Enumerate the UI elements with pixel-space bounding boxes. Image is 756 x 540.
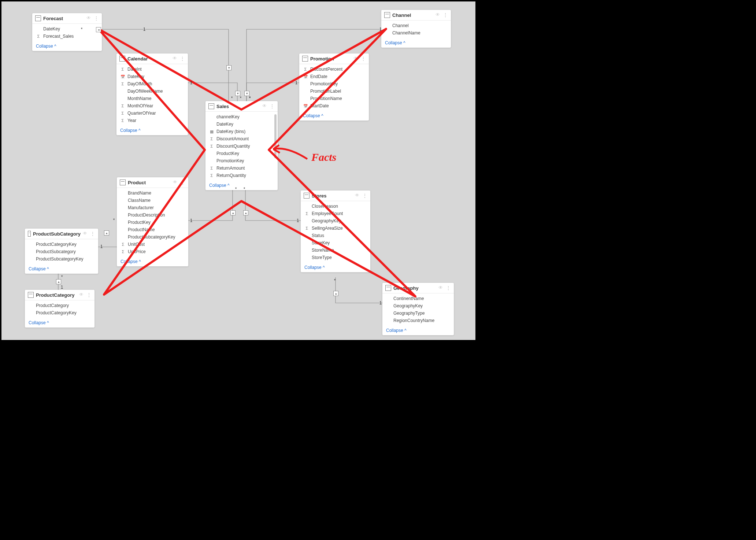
field-row[interactable]: Channel [381, 22, 451, 29]
field-row[interactable]: UnitPrice [117, 248, 188, 255]
scrollbar[interactable] [274, 114, 277, 158]
field-row[interactable]: channelKey [205, 113, 278, 121]
visibility-icon[interactable] [79, 292, 84, 298]
collapse-link[interactable]: Collapse ^ [25, 318, 94, 328]
field-row[interactable]: DateKey [116, 73, 188, 80]
collapse-link[interactable]: Collapse ^ [117, 257, 188, 266]
collapse-link[interactable]: Collapse ^ [32, 41, 102, 51]
field-row[interactable]: ProductCategoryKey [25, 241, 98, 248]
field-row[interactable]: RegionCountryName [382, 317, 454, 324]
field-row[interactable]: ContinentName [382, 295, 454, 302]
collapse-link[interactable]: Collapse ^ [382, 326, 454, 335]
field-row[interactable]: Forecast_Sales [32, 33, 102, 40]
table-product[interactable]: Product BrandName ClassName Manufacturer… [117, 177, 188, 266]
table-header[interactable]: ProductCategory [25, 290, 94, 300]
table-sales[interactable]: Sales channelKey DateKey DateKey (bins) … [205, 101, 278, 190]
table-calendar[interactable]: Calendar DateInt DateKey DayOfMonth DayO… [116, 53, 188, 135]
more-icon[interactable] [180, 180, 185, 185]
table-header[interactable]: Stores [301, 191, 370, 201]
collapse-link[interactable]: Collapse ^ [116, 126, 188, 135]
more-icon[interactable] [362, 193, 367, 199]
visibility-icon[interactable] [86, 15, 91, 21]
field-row[interactable]: DateKey [205, 121, 278, 128]
field-row[interactable]: DayOfWeekName [116, 88, 188, 95]
field-row[interactable]: StoreType [301, 254, 370, 261]
table-channel[interactable]: Channel Channel ChannelNameCollapse ^ [381, 10, 451, 48]
field-row[interactable]: DayOfMonth [116, 80, 188, 88]
field-row[interactable]: DateInt [116, 66, 188, 73]
table-productcategory[interactable]: ProductCategory ProductCategory ProductC… [25, 290, 94, 328]
field-row[interactable]: StoreName [301, 247, 370, 254]
more-icon[interactable] [446, 285, 451, 291]
field-row[interactable]: DateKey [32, 25, 102, 33]
collapse-link[interactable]: Collapse ^ [205, 181, 278, 190]
visibility-icon[interactable] [436, 12, 440, 18]
field-row[interactable]: MonthName [116, 95, 188, 102]
more-icon[interactable] [180, 56, 185, 62]
field-row[interactable]: ProductSubcategoryKey [25, 255, 98, 263]
more-icon[interactable] [86, 292, 92, 298]
field-row[interactable]: BrandName [117, 189, 188, 197]
field-row[interactable]: Manufacturer [117, 204, 188, 211]
table-geography[interactable]: Geography ContinentName GeographyKey Geo… [382, 283, 454, 335]
more-icon[interactable] [443, 12, 448, 18]
table-forecast[interactable]: Forecast DateKey Forecast_SalesCollapse … [32, 13, 102, 51]
table-header[interactable]: Forecast [32, 13, 102, 24]
field-row[interactable]: PromotionName [299, 95, 369, 102]
visibility-icon[interactable] [173, 180, 177, 185]
field-row[interactable]: ProductName [117, 226, 188, 233]
field-row[interactable]: ClassName [117, 197, 188, 204]
field-row[interactable]: UnitCost [117, 241, 188, 248]
field-row[interactable]: StoreKey [301, 239, 370, 247]
field-row[interactable]: GeographyKey [382, 302, 454, 310]
field-row[interactable]: QuarterOfYear [116, 110, 188, 117]
collapse-link[interactable]: Collapse ^ [301, 263, 370, 272]
field-row[interactable]: GeographyType [382, 310, 454, 317]
field-row[interactable]: CloseReason [301, 203, 370, 210]
table-header[interactable]: Product [117, 177, 188, 188]
more-icon[interactable] [361, 56, 366, 62]
field-row[interactable]: ReturnQuantity [205, 172, 278, 179]
table-header[interactable]: ProductSubCategory [25, 229, 98, 239]
field-row[interactable]: StartDate [299, 102, 369, 110]
field-row[interactable]: ProductCategory [25, 302, 94, 309]
field-row[interactable]: Year [116, 117, 188, 124]
field-row[interactable]: ProductKey [117, 219, 188, 226]
field-row[interactable]: ChannelName [381, 29, 451, 37]
visibility-icon[interactable] [83, 231, 87, 237]
field-row[interactable]: DiscountPercent [299, 66, 369, 73]
visibility-icon[interactable] [262, 103, 267, 109]
field-row[interactable]: EndDate [299, 73, 369, 80]
more-icon[interactable] [270, 103, 275, 109]
field-row[interactable]: DiscountAmount [205, 135, 278, 143]
field-row[interactable]: ProductSubcategoryKey [117, 233, 188, 241]
visibility-icon[interactable] [353, 56, 358, 62]
field-row[interactable]: DiscountQuantity [205, 143, 278, 150]
field-row[interactable]: PromotionKey [299, 80, 369, 88]
field-row[interactable]: ProductDescription [117, 211, 188, 219]
field-row[interactable]: SellingAreaSize [301, 225, 370, 232]
table-header[interactable]: Sales [205, 101, 278, 112]
table-productsubcategory[interactable]: ProductSubCategory ProductCategoryKey Pr… [25, 229, 98, 274]
table-header[interactable]: Promotion [299, 53, 369, 64]
field-row[interactable]: ProductKey [205, 150, 278, 157]
table-promotion[interactable]: Promotion DiscountPercent EndDate Promot… [299, 53, 369, 121]
field-row[interactable]: ProductCategoryKey [25, 309, 94, 317]
field-row[interactable]: MonthOfYear [116, 102, 188, 110]
field-row[interactable]: PromotionLabel [299, 88, 369, 95]
collapse-link[interactable]: Collapse ^ [381, 38, 451, 48]
table-header[interactable]: Geography [382, 283, 454, 293]
table-header[interactable]: Channel [381, 10, 451, 21]
field-row[interactable]: ReturnAmount [205, 164, 278, 172]
visibility-icon[interactable] [438, 285, 443, 291]
visibility-icon[interactable] [173, 56, 177, 62]
field-row[interactable]: EmployeeCount [301, 210, 370, 217]
field-row[interactable]: Status [301, 232, 370, 239]
more-icon[interactable] [90, 231, 95, 237]
field-row[interactable]: ProductSubcategory [25, 248, 98, 255]
field-row[interactable]: DateKey (bins) [205, 128, 278, 135]
collapse-link[interactable]: Collapse ^ [299, 111, 369, 121]
more-icon[interactable] [94, 15, 99, 21]
model-canvas[interactable]: Forecast DateKey Forecast_SalesCollapse … [1, 1, 475, 340]
field-row[interactable]: GeographyKey [301, 217, 370, 225]
